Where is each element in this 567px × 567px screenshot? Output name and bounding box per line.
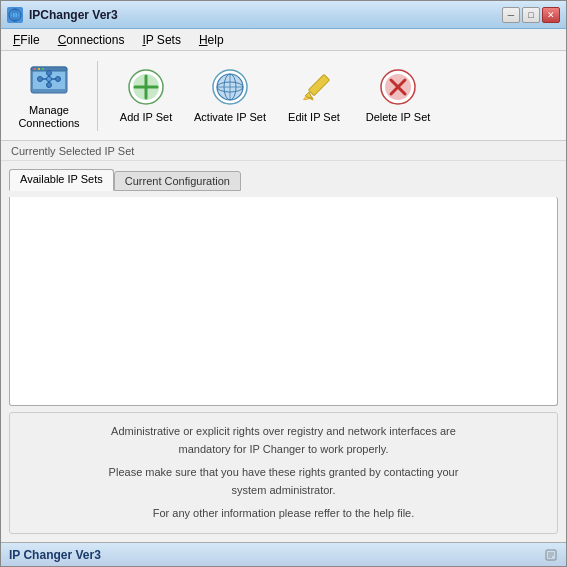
svg-point-12: [56, 77, 61, 82]
maximize-button[interactable]: □: [522, 7, 540, 23]
title-bar: IPChanger Ver3 ─ □ ✕: [1, 1, 566, 29]
toolbar-sep-1: [97, 61, 98, 131]
toolbar: Manage Connections Add IP Set: [1, 51, 566, 141]
delete-ip-set-label: Delete IP Set: [366, 111, 431, 124]
app-icon: [7, 7, 23, 23]
selected-ip-set-status: Currently Selected IP Set: [1, 141, 566, 161]
svg-point-13: [47, 71, 52, 76]
svg-point-15: [47, 77, 52, 82]
menu-help[interactable]: Help: [191, 31, 232, 49]
main-content: Available IP Sets Current Configuration …: [1, 161, 566, 542]
add-ip-set-label: Add IP Set: [120, 111, 172, 124]
menu-connections[interactable]: Connections: [50, 31, 133, 49]
main-window: IPChanger Ver3 ─ □ ✕ FFile Connections I…: [0, 0, 567, 567]
svg-point-7: [38, 68, 40, 70]
selected-ip-set-label: Currently Selected IP Set: [11, 145, 134, 157]
edit-ip-set-button[interactable]: Edit IP Set: [274, 57, 354, 135]
window-title: IPChanger Ver3: [29, 8, 502, 22]
window-controls: ─ □ ✕: [502, 7, 560, 23]
info-line-3: For any other information please reffer …: [26, 505, 541, 523]
menu-file[interactable]: FFile: [5, 31, 48, 49]
tab-content-area: [9, 197, 558, 406]
tab-bar: Available IP Sets Current Configuration: [9, 169, 558, 191]
add-ip-set-icon: [126, 67, 166, 107]
svg-point-8: [42, 68, 44, 70]
info-line-2: Please make sure that you have these rig…: [26, 464, 541, 499]
delete-ip-set-button[interactable]: Delete IP Set: [358, 57, 438, 135]
svg-point-14: [47, 83, 52, 88]
status-bar: IP Changer Ver3: [1, 542, 566, 566]
add-ip-set-button[interactable]: Add IP Set: [106, 57, 186, 135]
status-bar-label: IP Changer Ver3: [9, 548, 101, 562]
menu-bar: FFile Connections IP Sets Help: [1, 29, 566, 51]
manage-connections-icon: [29, 61, 69, 101]
activate-ip-set-label: Activate IP Set: [194, 111, 266, 124]
manage-connections-label: Manage Connections: [13, 104, 85, 130]
menu-ipsets[interactable]: IP Sets: [134, 31, 188, 49]
activate-ip-set-button[interactable]: Activate IP Set: [190, 57, 270, 135]
minimize-button[interactable]: ─: [502, 7, 520, 23]
info-panel: Administrative or explicit rights over r…: [9, 412, 558, 534]
manage-connections-button[interactable]: Manage Connections: [9, 57, 89, 135]
delete-ip-set-icon: [378, 67, 418, 107]
activate-ip-set-icon: [210, 67, 250, 107]
close-button[interactable]: ✕: [542, 7, 560, 23]
info-line-1: Administrative or explicit rights over r…: [26, 423, 541, 458]
edit-ip-set-label: Edit IP Set: [288, 111, 340, 124]
tab-current-configuration[interactable]: Current Configuration: [114, 171, 241, 191]
status-bar-icon: [544, 548, 558, 562]
svg-rect-27: [308, 74, 329, 95]
tab-available-ip-sets[interactable]: Available IP Sets: [9, 169, 114, 191]
edit-ip-set-icon: [294, 67, 334, 107]
svg-point-11: [38, 77, 43, 82]
svg-point-6: [34, 68, 36, 70]
